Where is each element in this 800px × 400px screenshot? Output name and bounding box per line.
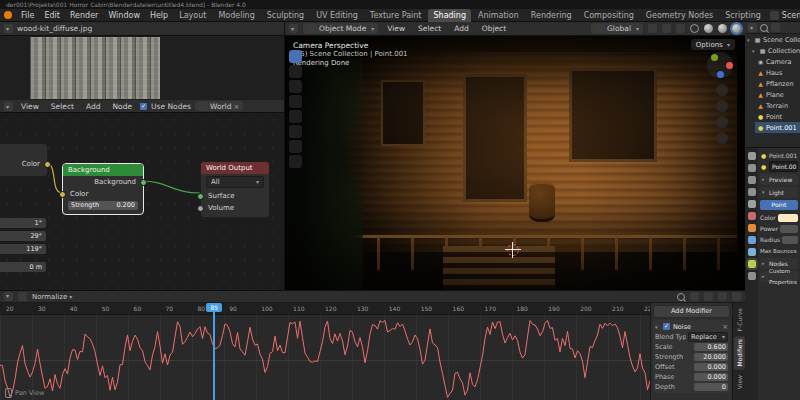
scale-tool-icon[interactable] (289, 110, 302, 123)
render-tab-icon[interactable] (748, 164, 756, 172)
panel-disclosure-icon[interactable]: ▾ (655, 324, 660, 330)
shader-menu-add[interactable]: Add (82, 102, 105, 111)
partial-rotation-y-field[interactable]: 29° (0, 231, 46, 241)
toggle-perspective-icon[interactable] (716, 132, 728, 144)
shader-editor-canvas[interactable]: Color Background Background Color Streng… (0, 113, 285, 290)
world-output-node[interactable]: World Output All Surface Volume (200, 161, 270, 218)
light-type-point-button[interactable]: Point (760, 200, 798, 210)
menu-file[interactable]: File (17, 11, 38, 20)
shader-menu-view[interactable]: View (17, 102, 43, 111)
workspace-tab-scripting[interactable]: Scripting (720, 9, 766, 22)
pan-hand-icon[interactable] (716, 100, 728, 112)
measure-tool-icon[interactable] (289, 155, 302, 168)
light-data-tab-icon[interactable] (748, 260, 756, 268)
volume-input-socket[interactable] (197, 205, 204, 212)
viewport-3d[interactable]: Camera Perspective (85) Scene Collection… (285, 36, 745, 290)
panel-light[interactable]: ▾ Light (760, 187, 798, 198)
view-layer-tab-icon[interactable] (748, 188, 756, 196)
workspace-tab-compositing[interactable]: Compositing (579, 9, 639, 22)
world-datablock-selector[interactable]: World (195, 101, 243, 111)
workspace-tab-rendering[interactable]: Rendering (526, 9, 577, 22)
blend-type-dropdown[interactable]: Replace (688, 332, 728, 342)
partial-location-field[interactable]: 0 m (0, 262, 46, 272)
menu-window[interactable]: Window (104, 11, 144, 20)
menu-help[interactable]: Help (146, 11, 172, 20)
constraints-tab-icon[interactable] (748, 236, 756, 244)
workspace-tab-uv-editing[interactable]: UV Editing (311, 9, 363, 22)
shading-material-icon[interactable] (718, 24, 727, 33)
proportional-editing-icon[interactable] (662, 24, 671, 33)
workspace-tab-layout[interactable]: Layout (174, 9, 211, 22)
workspace-tab-animation[interactable]: Animation (473, 9, 524, 22)
physics-tab-icon[interactable] (748, 248, 756, 256)
image-editor[interactable] (0, 36, 285, 100)
partial-rotation-z-field[interactable]: 119° (0, 244, 46, 254)
radius-field[interactable] (782, 236, 798, 244)
editor-type-graph-icon[interactable] (4, 292, 13, 301)
shader-menu-node[interactable]: Node (108, 102, 136, 111)
graph-editor[interactable]: Normalize 203040506070809010011012013014… (0, 290, 745, 400)
editor-type-3d-icon[interactable] (289, 24, 298, 33)
viewport-menu-select[interactable]: Select (414, 24, 445, 33)
menu-render[interactable]: Render (66, 11, 102, 20)
properties-editor[interactable]: ● Point.001 ● Point.001 ▸ Preview ▾ Ligh… (745, 148, 800, 400)
blender-logo-icon[interactable] (4, 11, 12, 19)
unlink-world-icon[interactable] (233, 102, 239, 111)
workspace-tab-texture-paint[interactable]: Texture Paint (365, 9, 427, 22)
tab-view[interactable]: View (734, 372, 745, 392)
sidebar-toggle-icon[interactable] (732, 292, 741, 301)
snap-icon[interactable] (704, 292, 713, 301)
cursor-tool-icon[interactable] (289, 65, 302, 78)
transform-tool-icon[interactable] (289, 125, 302, 138)
select-tool-icon[interactable] (289, 50, 302, 63)
object-tab-icon[interactable] (748, 224, 756, 232)
channel-filter-icon[interactable] (18, 292, 27, 301)
background-node-header[interactable]: Background (63, 164, 143, 176)
normalize-toggle[interactable]: Normalize (32, 293, 72, 301)
outliner-search-icon[interactable] (760, 24, 768, 32)
add-modifier-button[interactable]: Add Modifier (653, 305, 730, 318)
options-dropdown[interactable]: Options (691, 39, 735, 50)
phase-field[interactable]: 0.000 (694, 373, 728, 381)
outliner[interactable]: ▾ ▦ Scene Collection ▾ ▦ Collection ◉ Ca… (745, 22, 800, 148)
world-output-node-header[interactable]: World Output (201, 162, 269, 174)
navigation-gizmo[interactable] (707, 52, 733, 78)
snap-magnet-icon[interactable] (648, 24, 657, 33)
editor-type-shader-icon[interactable] (4, 102, 13, 111)
shading-rendered-icon[interactable] (732, 24, 741, 33)
delete-modifier-icon[interactable] (722, 323, 728, 331)
color-output-socket[interactable] (44, 161, 51, 168)
scale-field[interactable]: 0.600 (694, 343, 728, 351)
outliner-item-collection[interactable]: ▾ ▦ Collection (750, 45, 800, 56)
editor-type-image-icon[interactable] (4, 24, 13, 33)
outliner-filter-icon[interactable] (771, 23, 780, 32)
workspace-tab-shading[interactable]: Shading (428, 9, 471, 22)
outliner-item-plane[interactable]: ▲ Plane (755, 89, 800, 100)
background-color-socket[interactable] (59, 191, 66, 198)
annotate-tool-icon[interactable] (289, 140, 302, 153)
surface-input-socket[interactable] (197, 193, 204, 200)
modifier-enable-checkbox[interactable] (663, 323, 670, 330)
shader-menu-select[interactable]: Select (47, 102, 78, 111)
background-output-socket[interactable] (140, 179, 147, 186)
panel-preview[interactable]: ▸ Preview (760, 174, 798, 185)
outliner-item-point[interactable]: ● Point (755, 111, 800, 122)
gizmo-x-axis[interactable] (726, 62, 733, 69)
editor-type-outliner-icon[interactable] (748, 23, 757, 32)
proportional-edit-icon[interactable] (690, 292, 699, 301)
offset-field[interactable]: 0.000 (694, 363, 728, 371)
graph-curve-area[interactable] (0, 314, 745, 400)
custom-tab-icon[interactable] (748, 272, 756, 280)
gizmo-y-axis[interactable] (711, 54, 718, 61)
outliner-item-haus[interactable]: ▲ Haus (755, 67, 800, 78)
outliner-item-pflanzen[interactable]: ▲ Pflanzen (755, 78, 800, 89)
background-node[interactable]: Background Background Color Strength 0.2… (62, 163, 144, 215)
depth-field[interactable]: 0 (694, 383, 728, 391)
strength-field[interactable]: Strength 0.200 (68, 201, 138, 210)
use-nodes-checkbox[interactable] (140, 103, 147, 110)
workspace-tab-geometry-nodes[interactable]: Geometry Nodes (641, 9, 718, 22)
output-target-dropdown[interactable]: All (206, 176, 264, 188)
gizmo-z-axis[interactable] (717, 71, 724, 78)
scene-tab-icon[interactable] (748, 200, 756, 208)
move-tool-icon[interactable] (289, 80, 302, 93)
